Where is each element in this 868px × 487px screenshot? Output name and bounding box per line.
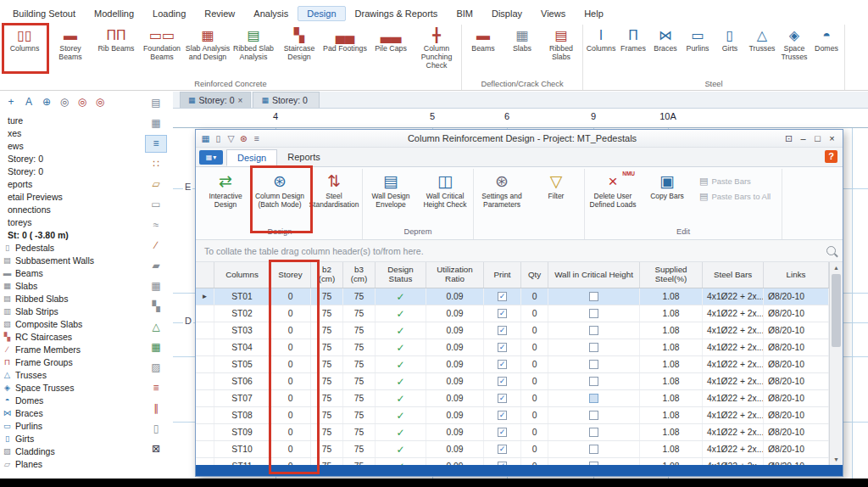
tree-item[interactable]: ▧ Composite Slabs	[0, 317, 139, 330]
side-tool-button[interactable]: ▰	[145, 257, 167, 275]
ribbon-button[interactable]: ▃▃ Pile Caps	[368, 25, 414, 77]
menu-item[interactable]: Modelling	[85, 6, 143, 21]
menu-item[interactable]: Drawings & Reports	[346, 6, 448, 21]
tree-item[interactable]: ▱ Planes	[0, 457, 139, 470]
wall-checkbox[interactable]	[589, 394, 598, 403]
ribbon-button[interactable]: △ Trusses	[746, 25, 778, 77]
ribbon-app-menu-button[interactable]: ▦ ▾	[199, 150, 223, 165]
dialog-ribbon-button[interactable]: ▤ Wall Design Envelope	[364, 169, 418, 225]
menu-item[interactable]: Building Setout	[3, 6, 85, 21]
table-row[interactable]: ST02 0 75 75 ✓ 0.09 ✓ 0 1.08 4x1Ø22 + 2x…	[196, 305, 829, 322]
side-tool-button[interactable]: ▯	[145, 420, 167, 438]
ribbon-button[interactable]: ▭▭ Foundation Beams	[139, 25, 185, 77]
tree-item[interactable]: Storey: 0	[0, 152, 139, 165]
dialog-ribbon-button[interactable]: ⇅ Steel Standardisation	[307, 169, 361, 225]
tree-item[interactable]: ▦ Slabs	[0, 279, 139, 292]
grid-header-cell[interactable]: Columns	[214, 262, 270, 288]
dialog-horizontal-scrollbar[interactable]	[196, 465, 843, 476]
dialog-ribbon-button[interactable]: ◫ Wall Critical Height Check	[418, 169, 472, 225]
menu-item[interactable]: Analysis	[244, 6, 298, 21]
grid-header-cell[interactable]: b2 (cm)	[311, 262, 343, 288]
menu-item[interactable]: Display	[482, 6, 531, 21]
ribbon-button[interactable]: ▭ Purlins	[682, 25, 714, 77]
tree-item[interactable]: etail Previews	[0, 190, 139, 203]
print-checkbox[interactable]: ✓	[498, 292, 507, 301]
grid-header-cell[interactable]: Links	[764, 262, 829, 288]
print-checkbox[interactable]: ✓	[498, 377, 507, 386]
side-tool-button[interactable]: ∥	[145, 400, 167, 417]
scrollbar-thumb[interactable]	[832, 274, 841, 347]
dialog-titlebar[interactable]: ▦ ▯ ▽ ⊛ ≡ Column Reinforcement Design - …	[196, 130, 843, 148]
print-checkbox[interactable]: ✓	[498, 360, 507, 369]
side-tool-button[interactable]: △	[145, 318, 167, 336]
ribbon-button[interactable]: ◈ Space Trusses	[778, 25, 810, 77]
side-tool-button[interactable]: ≡	[145, 135, 167, 153]
titlebar-tool-button[interactable]: ≡	[250, 133, 263, 143]
search-icon[interactable]	[826, 246, 836, 255]
print-checkbox[interactable]: ✓	[498, 445, 507, 454]
sidebar-tool-button[interactable]: A	[21, 94, 36, 109]
side-tool-button[interactable]: ▦	[145, 339, 167, 356]
vertical-scrollbar[interactable]: ▲ ▼	[829, 262, 843, 465]
ribbon-button[interactable]: I Columns	[585, 25, 617, 77]
ribbon-button[interactable]: ▤ Ribbed Slab Analysis	[231, 25, 276, 77]
print-checkbox[interactable]: ✓	[498, 428, 507, 437]
tree-item[interactable]: eports	[0, 177, 139, 190]
tree-item[interactable]: St: 0 ( -3.80 m)	[0, 228, 139, 241]
ribbon-button[interactable]: ⋈ Braces	[649, 25, 682, 77]
tree-item[interactable]: ews	[0, 139, 139, 152]
ribbon-button[interactable]: ▬ Storey Beams	[47, 25, 93, 77]
wall-checkbox[interactable]	[589, 377, 598, 386]
titlebar-tool-button[interactable]: ▦	[199, 133, 212, 143]
side-tool-button[interactable]: ▤	[145, 94, 167, 112]
side-tool-button[interactable]: ▱	[145, 176, 167, 193]
table-row[interactable]: ST08 0 75 75 ✓ 0.09 ✓ 0 1.08 4x1Ø22 + 2x…	[196, 407, 829, 424]
wall-checkbox[interactable]	[589, 309, 598, 318]
tree-item[interactable]: ▯ Pedestals	[0, 241, 139, 254]
side-tool-button[interactable]: ▦	[145, 115, 167, 132]
grid-header-cell[interactable]: Design Status	[376, 262, 426, 288]
menu-item[interactable]: Review	[195, 6, 244, 21]
sidebar-tool-button[interactable]: +	[3, 94, 19, 109]
grid-header-cell[interactable]: Supplied Steel(%)	[640, 262, 703, 288]
window-control-button[interactable]: ×	[825, 133, 839, 144]
ribbon-button[interactable]: ▬ Beams	[464, 25, 503, 77]
tree-item[interactable]: ▤ Subbasement Walls	[0, 254, 139, 266]
dialog-ribbon-button[interactable]: × NMU Delete User Defined Loads	[586, 169, 640, 225]
side-tool-button[interactable]: ≈	[145, 216, 167, 234]
titlebar-tool-button[interactable]: ▽	[225, 133, 237, 143]
ribbon-button[interactable]: ▯ Girts	[714, 25, 746, 77]
sidebar-tool-button[interactable]: ⊕	[39, 94, 54, 109]
side-tool-button[interactable]: ▚	[145, 298, 167, 316]
wall-checkbox[interactable]	[589, 292, 598, 301]
tree-item[interactable]: onnections	[0, 203, 139, 216]
grid-header-cell[interactable]: Wall in Critical Height	[548, 262, 640, 288]
print-checkbox[interactable]: ✓	[498, 326, 507, 335]
window-control-button[interactable]: □	[810, 133, 825, 144]
menu-item[interactable]: Help	[575, 6, 613, 21]
sidebar-tool-button[interactable]: ◎	[57, 94, 72, 109]
titlebar-tool-button[interactable]: ▯	[212, 133, 225, 143]
dialog-ribbon-button[interactable]: ▣ Copy Bars	[640, 169, 694, 225]
ribbon-button[interactable]: ╋ Column Punching Check	[414, 25, 459, 77]
ribbon-button[interactable]: Π Frames	[617, 25, 649, 77]
wall-checkbox[interactable]	[589, 445, 598, 454]
table-row[interactable]: ST03 0 75 75 ✓ 0.09 ✓ 0 1.08 4x1Ø22 + 2x…	[196, 322, 829, 339]
side-tool-button[interactable]: ∕	[145, 237, 167, 255]
table-row[interactable]: ► ST01 0 75 75 ✓ 0.09 ✓ 0 1.08 4x1Ø22 + …	[196, 288, 829, 305]
wall-checkbox[interactable]	[589, 326, 598, 335]
side-tool-button[interactable]: ≡	[145, 379, 167, 397]
grid-header-cell[interactable]: Steel Bars	[703, 262, 764, 288]
tree-item[interactable]: Storey: 0	[0, 165, 139, 177]
tab-close-icon[interactable]: ×	[238, 96, 243, 105]
ribbon-button[interactable]: ▄▄ Pad Footings	[322, 25, 368, 77]
wall-checkbox[interactable]	[589, 428, 598, 437]
wall-checkbox[interactable]	[589, 411, 598, 420]
paste-button[interactable]: ▤ Paste Bars	[699, 176, 781, 187]
dialog-ribbon-button[interactable]: ⇄ Interactive Design	[198, 169, 253, 225]
table-row[interactable]: ST09 0 75 75 ✓ 0.09 ✓ 0 1.08 4x1Ø22 + 2x…	[196, 424, 829, 441]
tree-item[interactable]: Π Frame Groups	[0, 355, 139, 368]
help-button[interactable]: ?	[825, 150, 837, 163]
menu-item[interactable]: Views	[531, 6, 575, 21]
side-tool-button[interactable]: ∷	[145, 155, 167, 173]
